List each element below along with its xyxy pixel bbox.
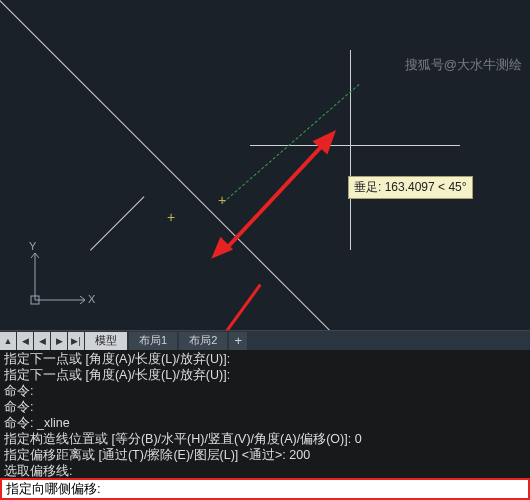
tab-model[interactable]: 模型 xyxy=(85,332,127,350)
line-segment xyxy=(90,196,144,250)
tab-nav-prev[interactable]: ◀ xyxy=(34,332,50,350)
drawing-viewport[interactable]: + + 垂足: 163.4097 < 45° X Y 搜狐号@大水牛测绘 xyxy=(0,0,530,330)
tab-layout2[interactable]: 布局2 xyxy=(179,332,227,350)
history-line: 指定下一点或 [角度(A)/长度(L)/放弃(U)]: xyxy=(4,351,526,367)
tab-nav-next[interactable]: ▶ xyxy=(51,332,67,350)
ucs-x-label: X xyxy=(88,293,95,305)
tab-layout1[interactable]: 布局1 xyxy=(129,332,177,350)
tab-add-button[interactable]: + xyxy=(229,332,247,350)
ucs-icon: X Y xyxy=(20,245,100,315)
rubber-band-line xyxy=(223,84,360,203)
watermark-text: 搜狐号@大水牛测绘 xyxy=(405,56,522,74)
snap-marker: + xyxy=(167,210,175,224)
tab-nav-last[interactable]: ▶| xyxy=(68,332,84,350)
history-line: 指定下一点或 [角度(A)/长度(L)/放弃(U)]: xyxy=(4,367,526,383)
crosshair-horizontal xyxy=(250,145,460,146)
history-line: 命令: xyxy=(4,383,526,399)
history-line: 命令: xyxy=(4,399,526,415)
history-line: 指定构造线位置或 [等分(B)/水平(H)/竖直(V)/角度(A)/偏移(O)]… xyxy=(4,431,526,447)
snap-marker: + xyxy=(218,193,226,207)
history-line: 选取偏移线: xyxy=(4,463,526,478)
layout-tabs-bar: ▲ ◀ ◀ ▶ ▶| 模型 布局1 布局2 + xyxy=(0,330,530,350)
tab-nav-collapse[interactable]: ▲ xyxy=(0,332,16,350)
command-prompt[interactable]: 指定向哪侧偏移: xyxy=(0,478,530,500)
snap-tooltip: 垂足: 163.4097 < 45° xyxy=(348,176,473,199)
history-line: 指定偏移距离或 [通过(T)/擦除(E)/图层(L)] <通过>: 200 xyxy=(4,447,526,463)
ucs-y-label: Y xyxy=(29,240,36,252)
history-line: 命令: _xline xyxy=(4,415,526,431)
crosshair-vertical xyxy=(350,50,351,250)
command-prompt-text: 指定向哪侧偏移: xyxy=(6,480,101,498)
command-history[interactable]: 指定下一点或 [角度(A)/长度(L)/放弃(U)]: 指定下一点或 [角度(A… xyxy=(0,350,530,478)
tab-nav-first[interactable]: ◀ xyxy=(17,332,33,350)
